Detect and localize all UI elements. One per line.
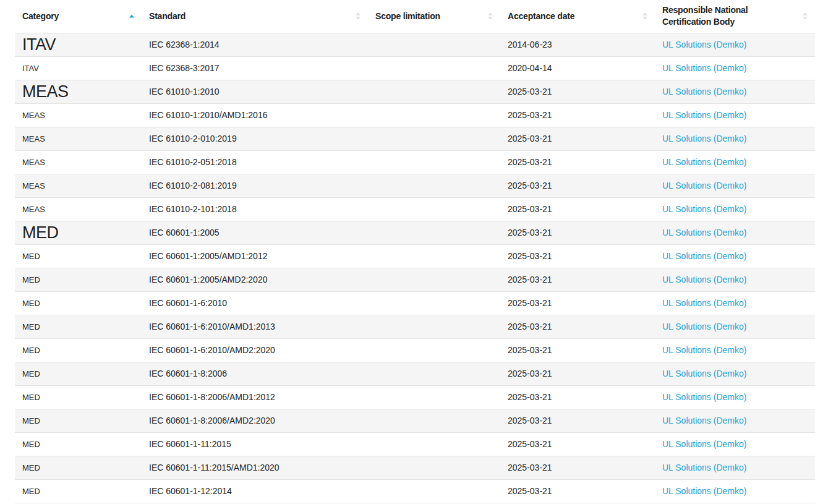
scope-limitation-cell	[368, 174, 500, 197]
certification-body-link[interactable]: UL Solutions (Demko)	[662, 157, 746, 167]
certification-body-link[interactable]: UL Solutions (Demko)	[662, 110, 746, 120]
certification-body-cell: UL Solutions (Demko)	[655, 456, 815, 479]
certification-body-link[interactable]: UL Solutions (Demko)	[662, 87, 746, 96]
category-cell: MED	[15, 479, 142, 503]
certification-body-link[interactable]: UL Solutions (Demko)	[662, 275, 746, 284]
acceptance-date-cell: 2025-03-21	[500, 432, 655, 456]
table-row: MED IEC 60601-1:2005/AMD1:2012 2025-03-2…	[15, 244, 815, 268]
acceptance-date-cell: 2025-03-21	[500, 244, 655, 268]
sort-arrows-icon	[356, 12, 361, 20]
table-row: MED IEC 60601-1-12:2014 2025-03-21 UL So…	[15, 479, 815, 503]
table-row: MEAS IEC 61010-2-051:2018 2025-03-21 UL …	[15, 150, 815, 174]
table-row: MEAS IEC 61010-2-010:2019 2025-03-21 UL …	[15, 127, 815, 150]
category-cell: MED	[15, 362, 142, 385]
certification-body-link[interactable]: UL Solutions (Demko)	[662, 369, 746, 378]
category-cell: MED	[15, 268, 142, 291]
standard-cell: IEC 61010-1:2010	[142, 80, 368, 103]
acceptance-date-cell: 2025-03-21	[500, 409, 655, 432]
certification-body-link[interactable]: UL Solutions (Demko)	[662, 416, 746, 425]
standard-cell: IEC 60601-1-6:2010/AMD2:2020	[142, 338, 368, 362]
standard-cell: IEC 62368-3:2017	[142, 56, 368, 80]
acceptance-date-cell: 2025-03-21	[500, 385, 655, 409]
category-cell: MEAS	[15, 197, 142, 221]
standard-cell: IEC 60601-1-6:2010/AMD1:2013	[142, 315, 368, 338]
table-row: MED IEC 60601-1-11:2015/AMD1:2020 2025-0…	[15, 456, 815, 479]
scope-limitation-cell	[368, 479, 500, 503]
scope-limitation-cell	[368, 385, 500, 409]
certification-body-link[interactable]: UL Solutions (Demko)	[662, 486, 746, 496]
certification-body-link[interactable]: UL Solutions (Demko)	[662, 345, 746, 355]
certification-body-cell: UL Solutions (Demko)	[655, 56, 815, 80]
certification-body-link[interactable]: UL Solutions (Demko)	[662, 439, 746, 449]
scope-limitation-cell	[368, 432, 500, 456]
scope-limitation-cell	[368, 197, 500, 221]
certification-body-cell: UL Solutions (Demko)	[655, 362, 815, 385]
standard-cell: IEC 61010-2-081:2019	[142, 174, 368, 197]
certification-body-link[interactable]: UL Solutions (Demko)	[662, 228, 746, 237]
table-row: MED IEC 60601-1-8:2006/AMD2:2020 2025-03…	[15, 409, 815, 432]
certification-body-link[interactable]: UL Solutions (Demko)	[662, 251, 746, 261]
certification-body-link[interactable]: UL Solutions (Demko)	[662, 463, 746, 472]
column-header-label: Scope limitation	[375, 11, 440, 21]
sort-arrows-icon	[642, 12, 647, 20]
acceptance-date-cell: 2025-03-21	[500, 315, 655, 338]
certification-body-link[interactable]: UL Solutions (Demko)	[662, 40, 746, 49]
certification-body-link[interactable]: UL Solutions (Demko)	[662, 298, 746, 308]
standard-cell: IEC 61010-1:2010/AMD1:2016	[142, 103, 368, 127]
scope-limitation-cell	[368, 103, 500, 127]
category-cell: MED	[15, 338, 142, 362]
acceptance-date-cell: 2025-03-21	[500, 197, 655, 221]
scope-limitation-cell	[368, 456, 500, 479]
scope-limitation-cell	[368, 56, 500, 80]
scope-limitation-cell	[368, 80, 500, 103]
category-cell: MED	[15, 409, 142, 432]
certification-body-cell: UL Solutions (Demko)	[655, 385, 815, 409]
column-header-certification-body[interactable]: Responsible National Certification Body	[655, 0, 815, 33]
category-cell: MED	[15, 244, 142, 268]
certification-body-link[interactable]: UL Solutions (Demko)	[662, 181, 746, 190]
table-body: ITAV IEC 62368-1:2014 2014-06-23 UL Solu…	[15, 33, 815, 503]
table-row: MED IEC 60601-1-8:2006 2025-03-21 UL Sol…	[15, 362, 815, 385]
table-row: ITAV IEC 62368-3:2017 2020-04-14 UL Solu…	[15, 56, 815, 80]
certification-body-link[interactable]: UL Solutions (Demko)	[662, 322, 746, 331]
certification-body-link[interactable]: UL Solutions (Demko)	[662, 204, 746, 214]
standards-table: Category Standard Scope limitation	[15, 0, 815, 503]
column-header-standard[interactable]: Standard	[142, 0, 368, 33]
category-cell: MED	[15, 456, 142, 479]
table-row: MED IEC 60601-1-8:2006/AMD1:2012 2025-03…	[15, 385, 815, 409]
standard-cell: IEC 60601-1:2005	[142, 221, 368, 244]
standard-cell: IEC 61010-2-101:2018	[142, 197, 368, 221]
acceptance-date-cell: 2025-03-21	[500, 103, 655, 127]
column-header-acceptance-date[interactable]: Acceptance date	[500, 0, 655, 33]
acceptance-date-cell: 2025-03-21	[500, 268, 655, 291]
scope-limitation-cell	[368, 409, 500, 432]
certification-body-cell: UL Solutions (Demko)	[655, 174, 815, 197]
standard-cell: IEC 61010-2-010:2019	[142, 127, 368, 150]
category-cell: MEAS	[15, 103, 142, 127]
acceptance-date-cell: 2025-03-21	[500, 80, 655, 103]
certification-body-link[interactable]: UL Solutions (Demko)	[662, 134, 746, 143]
certification-body-link[interactable]: UL Solutions (Demko)	[662, 392, 746, 402]
standard-cell: IEC 61010-2-051:2018	[142, 150, 368, 174]
category-cell: ITAV	[15, 33, 142, 56]
acceptance-date-cell: 2025-03-21	[500, 291, 655, 315]
certification-body-link[interactable]: UL Solutions (Demko)	[662, 63, 746, 73]
table-row: MED IEC 60601-1-11:2015 2025-03-21 UL So…	[15, 432, 815, 456]
acceptance-date-cell: 2025-03-21	[500, 221, 655, 244]
standard-cell: IEC 60601-1-11:2015/AMD1:2020	[142, 456, 368, 479]
certification-body-cell: UL Solutions (Demko)	[655, 479, 815, 503]
certification-body-cell: UL Solutions (Demko)	[655, 268, 815, 291]
category-cell: MEAS	[15, 150, 142, 174]
column-header-category[interactable]: Category	[15, 0, 142, 33]
acceptance-date-cell: 2020-04-14	[500, 56, 655, 80]
sort-ascending-icon	[129, 15, 134, 18]
acceptance-date-cell: 2025-03-21	[500, 338, 655, 362]
acceptance-date-cell: 2025-03-21	[500, 479, 655, 503]
table-row: MED IEC 60601-1-6:2010/AMD1:2013 2025-03…	[15, 315, 815, 338]
certification-body-cell: UL Solutions (Demko)	[655, 33, 815, 56]
category-cell: MEAS	[15, 127, 142, 150]
column-header-scope-limitation[interactable]: Scope limitation	[368, 0, 500, 33]
scope-limitation-cell	[368, 244, 500, 268]
standard-cell: IEC 60601-1-8:2006/AMD1:2012	[142, 385, 368, 409]
category-cell: MED	[15, 432, 142, 456]
